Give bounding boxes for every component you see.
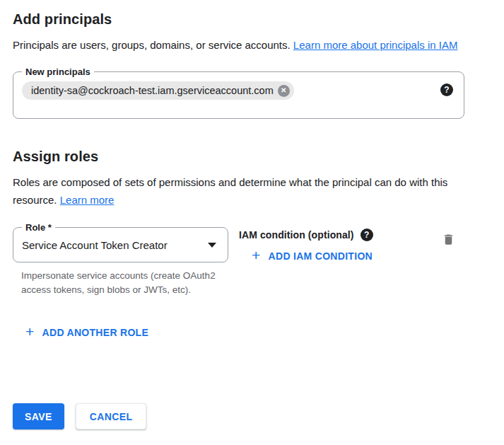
add-another-role-button[interactable]: + ADD ANOTHER ROLE [25, 325, 148, 340]
save-button[interactable]: SAVE [13, 403, 64, 429]
add-principals-panel: Add principals Principals are users, gro… [0, 0, 504, 445]
add-another-role-label: ADD ANOTHER ROLE [42, 325, 149, 340]
trash-icon [442, 232, 455, 247]
page-title: Add principals [13, 11, 504, 28]
new-principals-label: New principals [22, 66, 94, 78]
iam-condition-label: IAM condition (optional) [239, 229, 354, 241]
role-column: Role * Service Account Token Creator Imp… [13, 227, 228, 297]
plus-icon: + [25, 326, 35, 337]
principals-intro-body: Principals are users, groups, domains, o… [13, 39, 291, 51]
action-buttons-row: SAVE CANCEL [13, 403, 146, 429]
principal-chip-value: identity-sa@cockroach-test.iam.gservicea… [31, 85, 274, 96]
learn-more-roles-link[interactable]: Learn more [60, 194, 115, 206]
role-row: Role * Service Account Token Creator Imp… [13, 227, 504, 297]
delete-role-button[interactable] [440, 231, 457, 248]
role-select[interactable]: Role * Service Account Token Creator [13, 227, 228, 262]
chip-remove-icon[interactable]: ✕ [278, 85, 290, 97]
add-iam-condition-button[interactable]: + ADD IAM CONDITION [252, 249, 373, 263]
iam-condition-label-row: IAM condition (optional) ? [239, 229, 430, 241]
new-principals-field[interactable]: New principals identity-sa@cockroach-tes… [13, 71, 464, 119]
role-label: Role * [22, 221, 55, 233]
learn-more-principals-link[interactable]: Learn more about principals in IAM [293, 39, 458, 51]
principals-intro-text: Principals are users, groups, domains, o… [13, 36, 474, 54]
assign-roles-title: Assign roles [13, 149, 504, 165]
iam-condition-column: IAM condition (optional) ? + ADD IAM CON… [239, 227, 430, 264]
cancel-button[interactable]: CANCEL [76, 403, 147, 429]
role-description: Impersonate service accounts (create OAu… [21, 269, 225, 297]
plus-icon: + [252, 250, 261, 261]
role-selected-value: Service Account Token Creator [22, 239, 168, 251]
dropdown-arrow-icon [208, 243, 216, 248]
roles-intro-text: Roles are composed of sets of permission… [13, 173, 474, 209]
principal-chip[interactable]: identity-sa@cockroach-test.iam.gservicea… [22, 81, 294, 100]
iam-condition-help-icon[interactable]: ? [361, 229, 373, 241]
principals-help-icon[interactable]: ? [440, 83, 453, 96]
add-iam-condition-label: ADD IAM CONDITION [269, 249, 373, 263]
